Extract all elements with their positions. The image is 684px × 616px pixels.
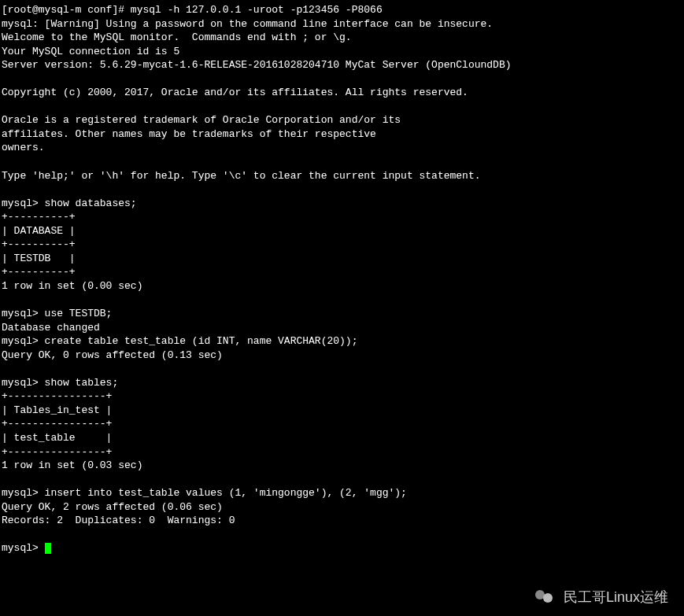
sql-query: create table test_table (id INT, name VA… xyxy=(45,335,358,347)
shell-command: mysql -h 127.0.0.1 -uroot -p123456 -P806… xyxy=(131,4,383,16)
banner-line: affiliates. Other names may be trademark… xyxy=(2,128,376,140)
shell-prompt: [root@mysql-m conf]# xyxy=(2,4,131,16)
terminal-output: [root@mysql-m conf]# mysql -h 127.0.0.1 … xyxy=(0,0,684,559)
result-line: Database changed xyxy=(2,322,100,334)
watermark-text: 民工哥Linux运维 xyxy=(564,588,668,607)
result-summary: 1 row in set (0.03 sec) xyxy=(2,459,142,471)
table-sep: +----------+ xyxy=(2,211,76,223)
wechat-icon xyxy=(535,588,557,606)
watermark: 民工哥Linux运维 xyxy=(535,588,668,607)
table-sep: +----------+ xyxy=(2,238,76,250)
sql-query: use TESTDB; xyxy=(45,308,113,319)
banner-line: mysql: [Warning] Using a password on the… xyxy=(2,18,493,30)
table-head: | DATABASE | xyxy=(2,225,76,237)
result-summary: 1 row in set (0.00 sec) xyxy=(2,280,142,292)
banner-line: Oracle is a registered trademark of Orac… xyxy=(2,114,401,126)
banner-line: Server version: 5.6.29-mycat-1.6-RELEASE… xyxy=(2,59,512,71)
cursor-icon xyxy=(45,543,51,554)
mysql-prompt: mysql> xyxy=(2,487,45,499)
sql-query: show tables; xyxy=(45,377,119,389)
table-row: | test_table | xyxy=(2,432,112,444)
table-head: | Tables_in_test | xyxy=(2,404,112,416)
table-sep: +----------------+ xyxy=(2,390,112,402)
banner-line: Copyright (c) 2000, 2017, Oracle and/or … xyxy=(2,87,468,98)
banner-line: owners. xyxy=(2,142,45,153)
sql-query: insert into test_table values (1, 'mingo… xyxy=(45,487,407,499)
banner-line: Type 'help;' or '\h' for help. Type '\c'… xyxy=(2,170,481,182)
mysql-prompt[interactable]: mysql> xyxy=(2,542,45,554)
banner-line: Welcome to the MySQL monitor. Commands e… xyxy=(2,31,352,43)
result-line: Query OK, 0 rows affected (0.13 sec) xyxy=(2,349,223,361)
table-sep: +----------+ xyxy=(2,266,76,278)
mysql-prompt: mysql> xyxy=(2,335,45,347)
table-row: | TESTDB | xyxy=(2,253,76,264)
table-sep: +----------------+ xyxy=(2,446,112,458)
result-line: Records: 2 Duplicates: 0 Warnings: 0 xyxy=(2,515,235,526)
result-line: Query OK, 2 rows affected (0.06 sec) xyxy=(2,501,223,513)
sql-query: show databases; xyxy=(45,197,137,209)
mysql-prompt: mysql> xyxy=(2,197,45,209)
mysql-prompt: mysql> xyxy=(2,377,45,389)
table-sep: +----------------+ xyxy=(2,418,112,430)
banner-line: Your MySQL connection id is 5 xyxy=(2,46,179,57)
mysql-prompt: mysql> xyxy=(2,308,45,319)
